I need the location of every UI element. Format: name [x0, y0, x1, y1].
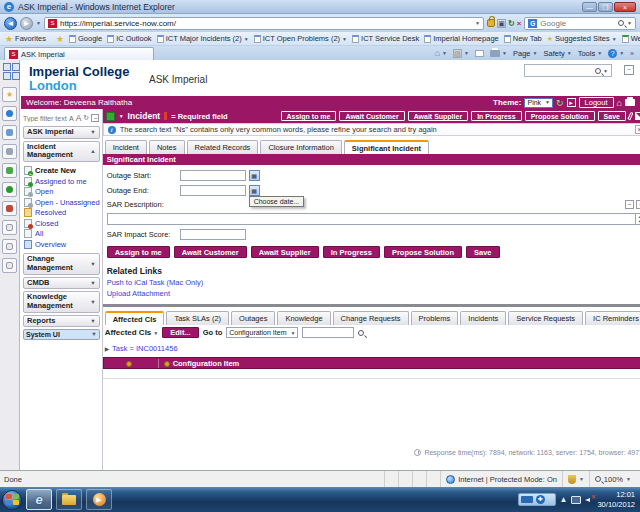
start-button[interactable]	[2, 490, 22, 510]
browser-search-box[interactable]: G ▼	[524, 17, 636, 30]
await-customer-button[interactable]: Await Customer	[339, 111, 404, 121]
minimize-button[interactable]: —	[582, 2, 597, 12]
await-customer-button[interactable]: Await Customer	[174, 246, 247, 258]
favorite-link[interactable]: ★Suggested Sites▼	[547, 34, 617, 43]
await-supplier-button[interactable]: Await Supplier	[408, 111, 469, 121]
outage-end-input[interactable]	[180, 185, 246, 196]
home-icon[interactable]: ⌂	[617, 98, 622, 108]
logout-button[interactable]: Logout	[579, 97, 614, 108]
tab-affected-cis[interactable]: Affected CIs	[105, 311, 165, 325]
forward-button[interactable]: ►	[20, 17, 33, 30]
taskbar-explorer-button[interactable]	[56, 489, 82, 510]
row-actions-column[interactable]	[104, 359, 159, 368]
maximize-button[interactable]: ❐	[598, 2, 613, 12]
layout-toggle-icon[interactable]	[12, 63, 20, 71]
compatibility-view-icon[interactable]: ▣	[497, 19, 506, 28]
taskbar-ie-button[interactable]: e	[26, 489, 52, 510]
favorite-link[interactable]: ICT Service Desk	[352, 34, 419, 43]
list-title-menu[interactable]: Affected CIs▼	[105, 328, 159, 337]
edge-bookmark[interactable]	[2, 239, 17, 254]
tab-incident[interactable]: Incident	[105, 140, 147, 154]
field-spinner-icon[interactable]: ▲▼	[635, 214, 640, 224]
edge-bookmark[interactable]	[2, 201, 17, 216]
tab-closure-information[interactable]: Closure Information	[260, 140, 341, 154]
zoom-control[interactable]: 100% ▼	[589, 471, 636, 487]
address-field[interactable]: S https://imperial.service-now.com/ ▼	[44, 17, 484, 30]
save-button[interactable]: Save	[466, 246, 500, 258]
layout-toggle-icon[interactable]	[3, 72, 11, 80]
pane-splitter[interactable]	[103, 304, 640, 307]
breadcrumb-link[interactable]: Task = INC0011456	[112, 344, 178, 353]
edge-bookmark[interactable]	[2, 258, 17, 273]
email-icon[interactable]	[635, 112, 640, 120]
add-favorite-icon[interactable]: ★	[56, 34, 64, 44]
theme-refresh-icon[interactable]: ↻	[556, 98, 564, 108]
favorite-link[interactable]: ICT Major Incidents (2)▼	[157, 34, 249, 43]
nav-section-system-ui[interactable]: System UI▼	[23, 329, 100, 340]
propose-solution-button[interactable]: Propose Solution	[525, 111, 595, 121]
dropdown-arrow-icon[interactable]: ▼	[244, 36, 249, 42]
nav-section-incident-management[interactable]: Incident Management▲	[23, 141, 100, 162]
nav-section-change-management[interactable]: Change Management▼	[23, 253, 100, 274]
nav-item-all[interactable]: All	[24, 229, 100, 238]
favorite-link[interactable]: Web Slice Gallery▼	[622, 34, 640, 43]
push-to-ical-link[interactable]: Push to iCal Task (Mac Only)	[107, 278, 640, 287]
calendar-icon[interactable]: ▦	[249, 185, 260, 196]
dropdown-arrow-icon[interactable]: ▼	[612, 36, 617, 42]
overflow-chevron-icon[interactable]: »	[630, 50, 634, 57]
nav-section-cmdb[interactable]: CMDB▼	[23, 277, 100, 290]
security-zone[interactable]: Internet | Protected Mode: On	[440, 471, 562, 487]
refresh-nav-icon[interactable]: ↻	[83, 114, 89, 122]
goto-search-icon[interactable]	[358, 330, 364, 336]
nav-item-overview[interactable]: Overview	[24, 240, 100, 249]
ssl-lock-icon[interactable]	[487, 19, 495, 27]
nav-section-knowledge-management[interactable]: Knowledge Management▼	[23, 291, 100, 312]
edge-bookmark[interactable]	[2, 163, 17, 178]
layout-toggle-icon[interactable]	[3, 63, 11, 71]
nav-item-closed[interactable]: Closed	[24, 219, 100, 228]
nav-item-open[interactable]: Open	[24, 187, 100, 196]
browser-tab[interactable]: S ASK Imperial	[4, 47, 154, 60]
calendar-icon[interactable]: ▦	[249, 170, 260, 181]
nav-item-resolved[interactable]: Resolved	[24, 208, 100, 217]
tab-task-slas[interactable]: Task SLAs (2)	[166, 311, 229, 325]
nav-section-ask-imperial[interactable]: ASK Imperial▼	[23, 126, 100, 139]
edge-layout-toggles[interactable]	[0, 60, 19, 83]
edge-bookmarks-button[interactable]: ★	[2, 87, 17, 102]
sar-description-input[interactable]: ▲▼	[107, 213, 640, 225]
refresh-button[interactable]: ↻	[508, 19, 515, 28]
favorite-link[interactable]: IC Outlook	[107, 34, 151, 43]
outage-start-input[interactable]	[180, 170, 246, 181]
taskbar-clock[interactable]: 12:01 30/10/2012	[597, 490, 635, 509]
tab-problems[interactable]: Problems	[411, 311, 459, 325]
close-message-icon[interactable]: ×	[635, 125, 640, 134]
search-dropdown-icon[interactable]: ▼	[603, 68, 608, 74]
feeds-button[interactable]: ▨▼	[453, 49, 469, 58]
help-button[interactable]: ?▼	[608, 49, 624, 58]
collapse-field-icon[interactable]: －	[625, 200, 634, 209]
volume-muted-icon[interactable]	[585, 496, 593, 504]
nav-item-create-new[interactable]: +Create New	[24, 166, 100, 175]
configuration-item-column[interactable]: Configuration Item	[159, 359, 240, 368]
show-hidden-icons[interactable]: ▲	[560, 495, 568, 504]
dropdown-arrow-icon[interactable]: ▼	[342, 36, 347, 42]
tab-outages[interactable]: Outages	[231, 311, 275, 325]
collapse-header-icon[interactable]: －	[624, 65, 634, 75]
tab-change-requests[interactable]: Change Requests	[333, 311, 409, 325]
close-button[interactable]: ×	[614, 2, 636, 12]
in-progress-button[interactable]: In Progress	[471, 111, 522, 121]
propose-solution-button[interactable]: Propose Solution	[384, 246, 462, 258]
nav-item-assigned-to-me[interactable]: Assigned to me	[24, 177, 100, 186]
edge-bookmark[interactable]	[2, 182, 17, 197]
goto-search-input[interactable]	[302, 327, 354, 338]
favorite-link[interactable]: New Tab	[504, 34, 542, 43]
back-button[interactable]: ◄	[4, 17, 17, 30]
goto-select[interactable]: Configuration Item▼	[226, 327, 298, 338]
sar-impact-score-input[interactable]	[180, 229, 246, 240]
font-small-icon[interactable]: A	[69, 115, 74, 122]
save-button[interactable]: Save	[598, 111, 626, 121]
theme-select[interactable]: Pink▼	[524, 98, 553, 108]
favorites-button[interactable]: ★ Favorites	[5, 34, 46, 44]
edit-button[interactable]: Edit...	[162, 327, 198, 338]
context-menu-icon[interactable]: ▼	[119, 113, 124, 119]
